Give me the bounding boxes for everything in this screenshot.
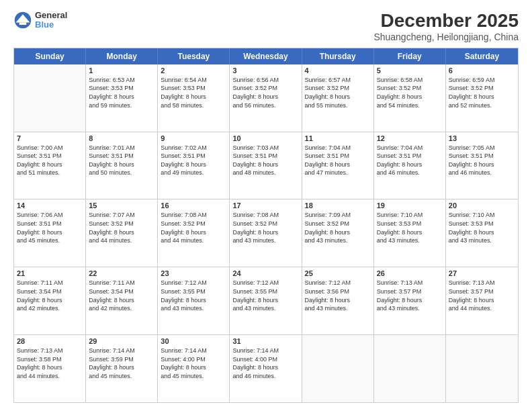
- calendar-cell: 14Sunrise: 7:06 AM Sunset: 3:51 PM Dayli…: [14, 199, 86, 267]
- day-number: 23: [161, 269, 226, 277]
- day-number: 4: [305, 66, 371, 75]
- logo-icon: [13, 11, 32, 30]
- day-info: Sunrise: 7:04 AM Sunset: 3:51 PM Dayligh…: [305, 144, 371, 177]
- day-info: Sunrise: 7:09 AM Sunset: 3:52 PM Dayligh…: [305, 211, 371, 244]
- calendar-page: General Blue December 2025 Shuangcheng, …: [0, 0, 532, 411]
- day-number: 11: [305, 134, 371, 142]
- day-number: 31: [232, 337, 298, 345]
- day-number: 22: [89, 269, 154, 277]
- logo-text: General Blue: [35, 11, 67, 30]
- weekday-header: Friday: [374, 48, 446, 64]
- weekday-header: Thursday: [302, 48, 374, 64]
- calendar-cell: 5Sunrise: 6:58 AM Sunset: 3:52 PM Daylig…: [374, 64, 446, 132]
- calendar-cell: 2Sunrise: 6:54 AM Sunset: 3:53 PM Daylig…: [158, 64, 230, 132]
- calendar-week-row: 21Sunrise: 7:11 AM Sunset: 3:54 PM Dayli…: [14, 267, 518, 335]
- calendar-cell: 15Sunrise: 7:07 AM Sunset: 3:52 PM Dayli…: [86, 199, 158, 267]
- day-number: 3: [232, 66, 298, 75]
- day-number: 30: [161, 337, 226, 345]
- day-info: Sunrise: 7:08 AM Sunset: 3:52 PM Dayligh…: [232, 211, 298, 244]
- day-number: 8: [89, 134, 154, 142]
- day-info: Sunrise: 7:07 AM Sunset: 3:52 PM Dayligh…: [89, 211, 154, 244]
- calendar-title: December 2025: [373, 11, 519, 32]
- calendar-cell: 11Sunrise: 7:04 AM Sunset: 3:51 PM Dayli…: [302, 132, 374, 199]
- day-number: 21: [17, 269, 83, 277]
- calendar-cell: 6Sunrise: 6:59 AM Sunset: 3:52 PM Daylig…: [446, 64, 518, 132]
- day-info: Sunrise: 6:57 AM Sunset: 3:52 PM Dayligh…: [305, 76, 371, 109]
- day-info: Sunrise: 7:06 AM Sunset: 3:51 PM Dayligh…: [17, 211, 83, 244]
- day-info: Sunrise: 7:02 AM Sunset: 3:51 PM Dayligh…: [161, 144, 226, 177]
- day-info: Sunrise: 7:14 AM Sunset: 4:00 PM Dayligh…: [161, 347, 226, 380]
- day-info: Sunrise: 6:59 AM Sunset: 3:52 PM Dayligh…: [449, 76, 515, 109]
- calendar-cell: 8Sunrise: 7:01 AM Sunset: 3:51 PM Daylig…: [86, 132, 158, 199]
- calendar-cell: [374, 335, 446, 402]
- day-number: 5: [377, 66, 443, 75]
- calendar-week-row: 1Sunrise: 6:53 AM Sunset: 3:53 PM Daylig…: [14, 64, 518, 132]
- day-number: 16: [161, 201, 226, 210]
- day-number: 12: [377, 134, 443, 142]
- calendar-cell: 16Sunrise: 7:08 AM Sunset: 3:52 PM Dayli…: [158, 199, 230, 267]
- day-number: 24: [232, 269, 298, 277]
- calendar-cell: 7Sunrise: 7:00 AM Sunset: 3:51 PM Daylig…: [14, 132, 86, 199]
- day-number: 17: [232, 201, 298, 210]
- day-info: Sunrise: 7:05 AM Sunset: 3:51 PM Dayligh…: [449, 144, 515, 177]
- day-info: Sunrise: 7:12 AM Sunset: 3:55 PM Dayligh…: [161, 279, 226, 312]
- svg-rect-2: [19, 23, 27, 26]
- day-info: Sunrise: 7:13 AM Sunset: 3:57 PM Dayligh…: [449, 279, 515, 312]
- calendar-header-row: SundayMondayTuesdayWednesdayThursdayFrid…: [14, 48, 518, 64]
- calendar-cell: 9Sunrise: 7:02 AM Sunset: 3:51 PM Daylig…: [158, 132, 230, 199]
- calendar-cell: 23Sunrise: 7:12 AM Sunset: 3:55 PM Dayli…: [158, 267, 230, 334]
- day-number: 1: [89, 66, 154, 75]
- day-number: 19: [377, 201, 443, 210]
- day-number: 6: [449, 66, 515, 75]
- calendar-cell: 4Sunrise: 6:57 AM Sunset: 3:52 PM Daylig…: [302, 64, 374, 132]
- calendar-week-row: 14Sunrise: 7:06 AM Sunset: 3:51 PM Dayli…: [14, 199, 518, 267]
- day-number: 2: [161, 66, 226, 75]
- weekday-header: Saturday: [446, 48, 518, 64]
- logo: General Blue: [13, 11, 67, 30]
- weekday-header: Wednesday: [230, 48, 302, 64]
- day-info: Sunrise: 7:03 AM Sunset: 3:51 PM Dayligh…: [232, 144, 298, 177]
- calendar-cell: 10Sunrise: 7:03 AM Sunset: 3:51 PM Dayli…: [230, 132, 302, 199]
- day-number: 13: [449, 134, 515, 142]
- day-number: 26: [377, 269, 443, 277]
- day-info: Sunrise: 7:10 AM Sunset: 3:53 PM Dayligh…: [377, 211, 443, 244]
- calendar-cell: 26Sunrise: 7:13 AM Sunset: 3:57 PM Dayli…: [374, 267, 446, 334]
- day-info: Sunrise: 7:10 AM Sunset: 3:53 PM Dayligh…: [449, 211, 515, 244]
- calendar-cell: 28Sunrise: 7:13 AM Sunset: 3:58 PM Dayli…: [14, 335, 86, 402]
- calendar-cell: 30Sunrise: 7:14 AM Sunset: 4:00 PM Dayli…: [158, 335, 230, 402]
- logo-line1: General: [35, 11, 67, 20]
- weekday-header: Tuesday: [158, 48, 230, 64]
- calendar-cell: [446, 335, 518, 402]
- day-info: Sunrise: 7:12 AM Sunset: 3:56 PM Dayligh…: [305, 279, 371, 312]
- calendar-cell: 29Sunrise: 7:14 AM Sunset: 3:59 PM Dayli…: [86, 335, 158, 402]
- calendar-cell: 19Sunrise: 7:10 AM Sunset: 3:53 PM Dayli…: [374, 199, 446, 267]
- day-info: Sunrise: 7:13 AM Sunset: 3:58 PM Dayligh…: [17, 347, 83, 380]
- day-number: 15: [89, 201, 154, 210]
- calendar-cell: 17Sunrise: 7:08 AM Sunset: 3:52 PM Dayli…: [230, 199, 302, 267]
- title-block: December 2025 Shuangcheng, Heilongjiang,…: [373, 11, 519, 42]
- calendar-subtitle: Shuangcheng, Heilongjiang, China: [373, 32, 519, 42]
- calendar-cell: 31Sunrise: 7:14 AM Sunset: 4:00 PM Dayli…: [230, 335, 302, 402]
- day-number: 18: [305, 201, 371, 210]
- day-info: Sunrise: 7:14 AM Sunset: 4:00 PM Dayligh…: [232, 347, 298, 380]
- calendar-cell: 25Sunrise: 7:12 AM Sunset: 3:56 PM Dayli…: [302, 267, 374, 334]
- day-number: 10: [232, 134, 298, 142]
- day-info: Sunrise: 6:53 AM Sunset: 3:53 PM Dayligh…: [89, 76, 154, 109]
- day-info: Sunrise: 7:11 AM Sunset: 3:54 PM Dayligh…: [17, 279, 83, 312]
- calendar-grid: SundayMondayTuesdayWednesdayThursdayFrid…: [13, 48, 519, 403]
- calendar-cell: 27Sunrise: 7:13 AM Sunset: 3:57 PM Dayli…: [446, 267, 518, 334]
- day-number: 9: [161, 134, 226, 142]
- weekday-header: Sunday: [14, 48, 86, 64]
- calendar-week-row: 7Sunrise: 7:00 AM Sunset: 3:51 PM Daylig…: [14, 132, 518, 200]
- day-number: 28: [17, 337, 83, 345]
- day-info: Sunrise: 6:56 AM Sunset: 3:52 PM Dayligh…: [232, 76, 298, 109]
- day-number: 7: [17, 134, 83, 142]
- calendar-cell: 12Sunrise: 7:04 AM Sunset: 3:51 PM Dayli…: [374, 132, 446, 199]
- day-info: Sunrise: 7:13 AM Sunset: 3:57 PM Dayligh…: [377, 279, 443, 312]
- calendar-cell: 1Sunrise: 6:53 AM Sunset: 3:53 PM Daylig…: [86, 64, 158, 132]
- calendar-cell: 20Sunrise: 7:10 AM Sunset: 3:53 PM Dayli…: [446, 199, 518, 267]
- day-number: 27: [449, 269, 515, 277]
- day-info: Sunrise: 7:04 AM Sunset: 3:51 PM Dayligh…: [377, 144, 443, 177]
- day-info: Sunrise: 7:01 AM Sunset: 3:51 PM Dayligh…: [89, 144, 154, 177]
- calendar-cell: 18Sunrise: 7:09 AM Sunset: 3:52 PM Dayli…: [302, 199, 374, 267]
